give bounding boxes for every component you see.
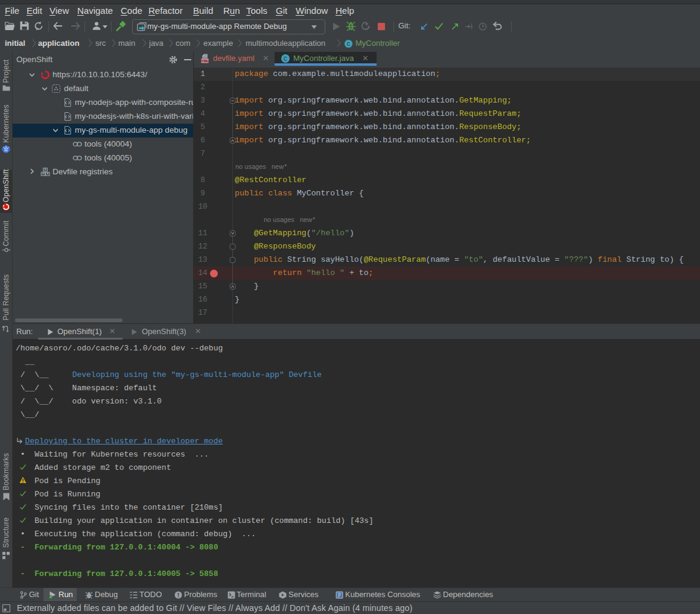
svg-text:C: C xyxy=(347,41,351,48)
svg-text:YML: YML xyxy=(201,59,209,63)
svg-text:C: C xyxy=(284,55,287,63)
